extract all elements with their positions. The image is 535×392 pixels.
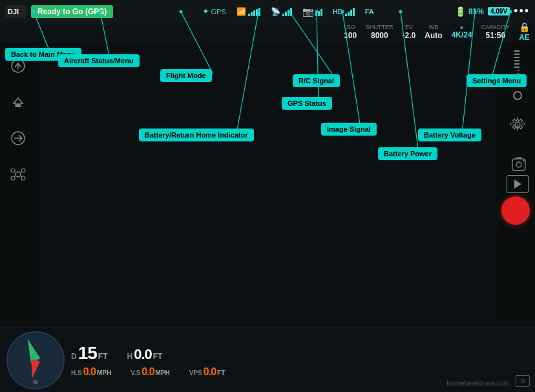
screenshot-icon: ⧉ (521, 378, 525, 385)
gps-icon: ✦ (202, 6, 209, 16)
hd-icon: HD (333, 8, 343, 15)
iso-display: ISO 100 (344, 24, 357, 40)
res-value: 4K/24 (452, 30, 472, 39)
distance-value: 15 (78, 343, 97, 364)
iso-label: ISO (345, 24, 355, 31)
battery-icon: 🔋 (455, 6, 466, 17)
vps-unit: FT (217, 369, 225, 377)
rc-signal-bars (248, 7, 260, 16)
camera-switch-icon (510, 155, 528, 173)
vps-label: VPS (189, 369, 202, 377)
drone-mode-button[interactable] (6, 163, 30, 186)
ev-display: EV -2.0 (403, 24, 416, 40)
v-speed-label: V.S (131, 369, 140, 377)
distance-unit: FT (98, 352, 108, 361)
signal-bar-1 (248, 14, 250, 16)
shutter-value: 8000 (371, 31, 388, 40)
gps-indicator: ✦ GPS (202, 6, 226, 16)
drone-icon (9, 165, 27, 183)
h-speed-label: H.S (71, 369, 82, 377)
shutter-display: SHUTTER 8000 (366, 24, 393, 40)
annotation-gps-status: GPS Status (282, 97, 332, 110)
battery-percentage: 81% (468, 7, 484, 16)
v-speed-unit: MPH (156, 369, 170, 377)
battery-voltage-badge: 4.09V (488, 7, 510, 15)
bottom-bar: N D 15 FT H 0.0 FT H.S 0.0 MPH V.S 0.0 (0, 327, 535, 392)
camera-icon: 📷 (302, 6, 313, 17)
svg-point-27 (16, 172, 21, 177)
svg-rect-24 (17, 104, 19, 107)
ae-display: 🔒 AE (519, 22, 530, 42)
fa-icon: FA (365, 8, 374, 15)
ae-icon: 🔒 (519, 22, 530, 33)
annotation-settings-menu: Settings Menu (467, 74, 527, 87)
play-icon (514, 180, 521, 189)
annotation-battery-voltage: Battery Voltage (418, 129, 481, 141)
flight-stats: D 15 FT H 0.0 FT H.S 0.0 MPH V.S 0.0 MPH (71, 343, 529, 378)
signal-bar-5 (258, 8, 260, 16)
info-bar: ISO 100 SHUTTER 8000 EV -2.0 WB Auto ■ 4… (0, 23, 535, 41)
battery-group: 🔋 81% 4.09V (455, 6, 510, 17)
status-badge: Ready to Go (GPS) (31, 5, 113, 18)
more-options-button[interactable]: ••• (514, 5, 530, 18)
iso-value: 100 (344, 31, 357, 40)
annotation-battery-return: Battery/Return Home Indicator (139, 129, 254, 141)
svg-text:M: M (514, 123, 519, 129)
annotation-battery-power: Battery Power (378, 147, 437, 160)
screenshot-button[interactable]: ⧉ (516, 375, 530, 387)
playback-button[interactable] (507, 175, 529, 193)
camera-switch-button[interactable] (508, 155, 530, 173)
sport-mode-button[interactable] (6, 127, 30, 150)
rc-icon: 📶 (236, 7, 246, 16)
main-camera-view (36, 41, 499, 327)
hd-bars (345, 7, 355, 16)
h-speed-value: 0.0 (83, 366, 96, 378)
vps-value: 0.0 (204, 366, 216, 378)
resolution-display: ■ 4K/24 (452, 25, 472, 40)
tick-2 (514, 54, 519, 55)
dji-logo-icon: DJI (5, 5, 26, 18)
website-label: fromwhereidrone.com (446, 377, 509, 388)
compass-north-label: N (34, 379, 38, 386)
capacity-display: CAPACITY 51:50 (481, 24, 510, 40)
left-sidebar (0, 41, 36, 338)
annotation-rc-signal: R/C Signal (293, 74, 340, 87)
img-bar-1 (282, 14, 284, 16)
img-bar-2 (285, 12, 287, 16)
ev-label: EV (405, 24, 413, 31)
hd-indicator: HD (333, 7, 355, 16)
camera-settings-button[interactable]: M (507, 116, 529, 134)
annotation-flight-mode: Flight Mode (160, 69, 212, 82)
stats-row-bottom: H.S 0.0 MPH V.S 0.0 MPH VPS 0.0 FT (71, 366, 529, 378)
image-signal-indicator: 📡 (271, 7, 292, 16)
stats-row-top: D 15 FT H 0.0 FT (71, 343, 529, 364)
distance-label: D (71, 352, 77, 361)
wb-display: WB Auto (425, 24, 442, 40)
record-button[interactable] (501, 196, 530, 225)
return-home-button[interactable] (6, 90, 30, 114)
wifi-icon: 📡 (271, 7, 280, 16)
ev-value: -2.0 (403, 31, 416, 40)
sport-icon (9, 129, 27, 147)
camera-bars (315, 7, 322, 16)
distance-display: D 15 FT (71, 343, 108, 364)
compass: N (6, 331, 65, 389)
capacity-value: 51:50 (485, 31, 505, 40)
hd-bar-3 (350, 10, 352, 16)
wb-value: Auto (425, 31, 442, 40)
hd-bar-2 (348, 12, 350, 16)
annotation-aircraft-status: Aircraft Status/Menu (58, 54, 140, 67)
shutter-label: SHUTTER (366, 24, 393, 31)
height-unit: FT (153, 352, 163, 361)
camera-icon-group: 📷 (302, 6, 322, 17)
hd-bar-4 (353, 8, 355, 16)
tick-3 (514, 57, 519, 58)
rc-signal-indicator: 📶 (236, 7, 260, 16)
h-speed-unit: MPH (97, 369, 111, 377)
img-bar-3 (288, 10, 289, 16)
height-label: H (127, 352, 133, 361)
tick-4 (514, 60, 519, 61)
res-label: ■ (460, 25, 463, 31)
cam-bar-3 (320, 9, 322, 16)
v-speed-value: 0.0 (142, 366, 154, 378)
